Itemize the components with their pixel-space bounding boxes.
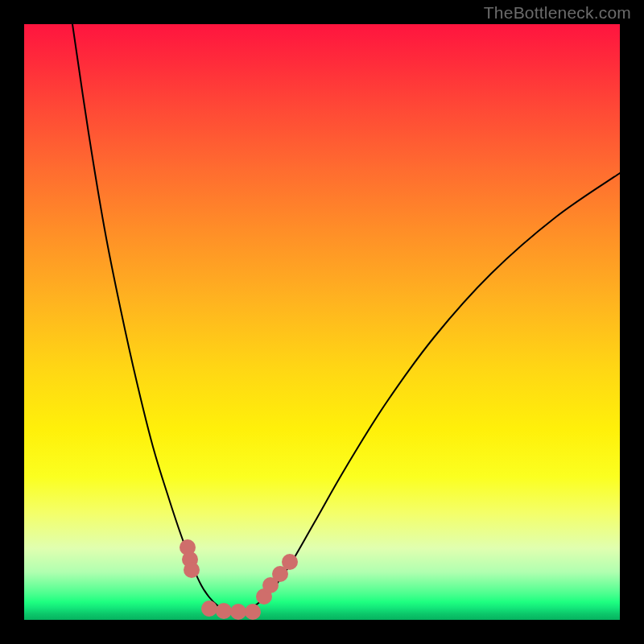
bottom-markers-point xyxy=(201,601,217,617)
bottom-markers-point xyxy=(245,604,261,620)
curves-svg xyxy=(24,24,620,620)
bottom-markers-point xyxy=(216,603,232,619)
chart-frame: TheBottleneck.com xyxy=(0,0,644,644)
bottom-markers-point xyxy=(230,604,246,620)
left-markers-point xyxy=(184,562,200,578)
watermark-text: TheBottleneck.com xyxy=(484,3,631,23)
right-markers-point xyxy=(282,554,298,570)
plot-area xyxy=(24,24,620,620)
series-container xyxy=(72,24,620,620)
right-curve xyxy=(233,173,620,612)
left-curve xyxy=(72,24,233,612)
